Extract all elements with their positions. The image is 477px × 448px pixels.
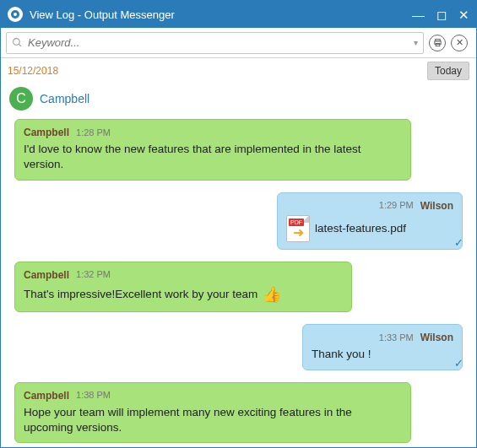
contact-name[interactable]: Campbell (40, 92, 89, 105)
search-box[interactable]: ▾ (6, 32, 424, 54)
search-icon (12, 37, 23, 48)
message-bubble: 1:29 PM Wilson PDF➜ latest-features.pdf … (277, 192, 463, 250)
thumbs-up-icon: 👍 (263, 284, 281, 305)
delivered-icon: ✓ (454, 235, 463, 251)
message-bubble: Campbell 1:38 PM Hope your team will imp… (14, 382, 411, 444)
message-sender: Wilson (420, 331, 453, 344)
app-window: View Log - Output Messenger — ◻ ✕ ▾ ✕ 15… (0, 0, 477, 448)
maximize-button[interactable]: ◻ (436, 8, 447, 21)
message-bubble: Campbell 1:28 PM I'd love to know the ne… (14, 119, 411, 181)
search-input[interactable] (28, 36, 414, 49)
date-bar: 15/12/2018 Today (1, 58, 476, 80)
title-bar: View Log - Output Messenger — ◻ ✕ (1, 1, 476, 28)
window-controls: — ◻ ✕ (412, 8, 469, 21)
svg-point-2 (14, 39, 20, 46)
toolbar-actions: ✕ (429, 35, 471, 51)
message-text: I'd love to know the new features that a… (24, 142, 402, 172)
message-sender: Campbell (24, 126, 69, 139)
clear-button[interactable]: ✕ (451, 35, 468, 51)
message-bubble: Campbell 1:32 PM That's impressive!Excel… (14, 262, 352, 312)
log-date: 15/12/2018 (8, 65, 427, 77)
message-time: 1:38 PM (76, 389, 111, 402)
message-text: That's impressive!Excellent work by your… (24, 287, 257, 302)
window-title: View Log - Output Messenger (30, 8, 412, 21)
toolbar: ▾ ✕ (1, 28, 476, 58)
file-attachment[interactable]: PDF➜ latest-features.pdf (286, 215, 453, 242)
print-button[interactable] (429, 35, 446, 51)
avatar: C (9, 87, 33, 111)
app-icon (8, 7, 23, 22)
message-time: 1:28 PM (76, 127, 111, 139)
message-bubble: 1:33 PM Wilson Thank you ! ✓ (302, 324, 463, 370)
delivered-icon: ✓ (454, 356, 463, 371)
minimize-button[interactable]: — (412, 8, 425, 21)
pdf-file-icon: PDF➜ (286, 215, 310, 242)
message-time: 1:29 PM (379, 199, 414, 212)
file-name: latest-features.pdf (315, 221, 406, 236)
close-button[interactable]: ✕ (458, 8, 469, 21)
message-time: 1:33 PM (379, 332, 414, 344)
contact-header: C Campbell (9, 84, 468, 119)
message-sender: Wilson (420, 199, 453, 213)
chevron-down-icon[interactable]: ▾ (414, 38, 418, 47)
message-text: Hope your team will implement many new e… (24, 405, 402, 435)
today-badge[interactable]: Today (427, 62, 469, 80)
message-sender: Campbell (24, 389, 69, 402)
message-sender: Campbell (24, 268, 69, 282)
svg-point-1 (14, 13, 17, 16)
message-text: Thank you ! (312, 347, 453, 362)
chat-area: C Campbell Campbell 1:28 PM I'd love to … (1, 80, 476, 447)
svg-line-3 (19, 44, 21, 46)
message-time: 1:32 PM (76, 268, 111, 281)
